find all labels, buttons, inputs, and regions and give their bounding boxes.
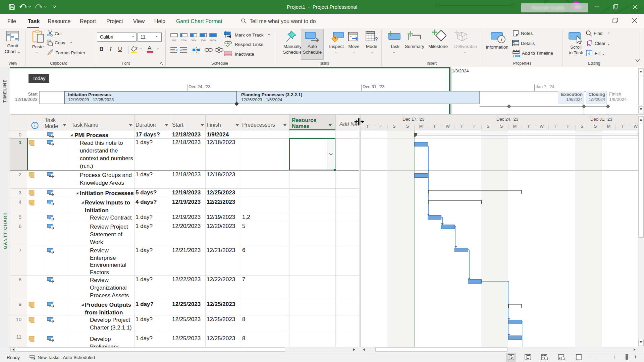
svg-text:0%: 0% <box>172 39 176 42</box>
svg-text:?: ? <box>334 37 336 41</box>
svg-text:100%: 100% <box>210 39 216 42</box>
svg-text:i: i <box>501 37 502 42</box>
svg-text:25%: 25% <box>181 39 186 42</box>
svg-text:?: ? <box>375 37 378 42</box>
svg-text:50%: 50% <box>191 39 196 42</box>
svg-text:75%: 75% <box>201 39 206 42</box>
